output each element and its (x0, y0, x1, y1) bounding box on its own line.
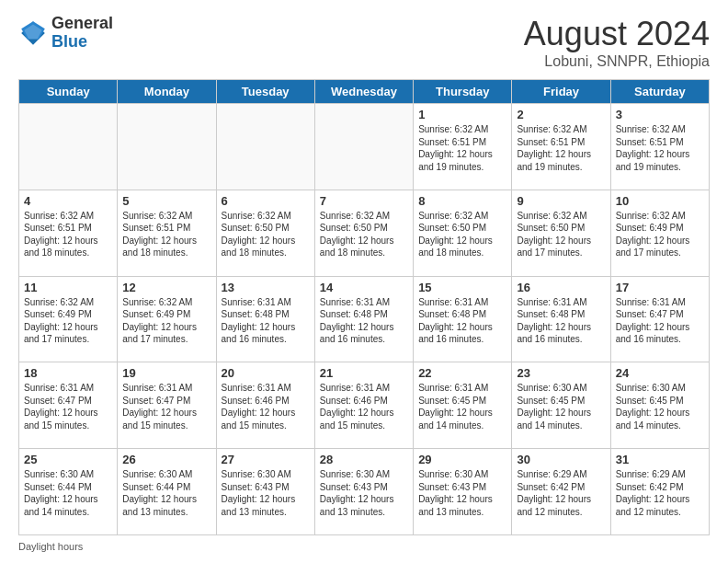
day-info: Sunrise: 6:32 AM Sunset: 6:50 PM Dayligh… (418, 210, 506, 259)
day-info: Sunrise: 6:30 AM Sunset: 6:45 PM Dayligh… (616, 382, 704, 431)
calendar-cell: 22Sunrise: 6:31 AM Sunset: 6:45 PM Dayli… (414, 362, 512, 449)
calendar-cell: 15Sunrise: 6:31 AM Sunset: 6:48 PM Dayli… (414, 276, 512, 362)
calendar-week-row: 25Sunrise: 6:30 AM Sunset: 6:44 PM Dayli… (19, 449, 710, 535)
day-info: Sunrise: 6:32 AM Sunset: 6:51 PM Dayligh… (517, 123, 605, 173)
daylight-label: Daylight hours (18, 541, 83, 552)
calendar-location: Lobuni, SNNPR, Ethiopia (524, 53, 710, 70)
day-info: Sunrise: 6:32 AM Sunset: 6:51 PM Dayligh… (616, 123, 704, 173)
calendar-cell: 7Sunrise: 6:32 AM Sunset: 6:50 PM Daylig… (314, 190, 413, 276)
calendar-cell: 27Sunrise: 6:30 AM Sunset: 6:43 PM Dayli… (216, 449, 314, 535)
day-info: Sunrise: 6:31 AM Sunset: 6:48 PM Dayligh… (418, 296, 506, 346)
calendar-cell: 3Sunrise: 6:32 AM Sunset: 6:51 PM Daylig… (610, 104, 709, 190)
calendar-title: August 2024 (524, 15, 710, 53)
calendar-cell: 9Sunrise: 6:32 AM Sunset: 6:50 PM Daylig… (512, 190, 610, 276)
day-info: Sunrise: 6:31 AM Sunset: 6:48 PM Dayligh… (320, 296, 408, 346)
day-number: 23 (517, 366, 605, 380)
day-number: 30 (517, 453, 605, 466)
calendar-cell: 21Sunrise: 6:31 AM Sunset: 6:46 PM Dayli… (314, 362, 413, 449)
day-number: 2 (517, 108, 605, 121)
logo-icon (18, 18, 48, 48)
days-of-week-row: SundayMondayTuesdayWednesdayThursdayFrid… (19, 80, 710, 104)
day-info: Sunrise: 6:30 AM Sunset: 6:45 PM Dayligh… (517, 382, 605, 431)
page: General Blue August 2024 Lobuni, SNNPR, … (0, 0, 728, 563)
day-info: Sunrise: 6:31 AM Sunset: 6:46 PM Dayligh… (222, 382, 310, 431)
calendar-cell: 13Sunrise: 6:31 AM Sunset: 6:48 PM Dayli… (216, 276, 314, 362)
day-info: Sunrise: 6:31 AM Sunset: 6:48 PM Dayligh… (222, 296, 310, 346)
logo-text: General Blue (51, 15, 113, 52)
calendar-cell: 20Sunrise: 6:31 AM Sunset: 6:46 PM Dayli… (216, 362, 314, 449)
day-of-week-header: Wednesday (314, 80, 413, 104)
day-number: 10 (616, 194, 704, 208)
calendar-cell: 23Sunrise: 6:30 AM Sunset: 6:45 PM Dayli… (512, 362, 610, 449)
calendar-cell: 1Sunrise: 6:32 AM Sunset: 6:51 PM Daylig… (414, 104, 512, 190)
day-number: 18 (24, 366, 112, 380)
day-info: Sunrise: 6:32 AM Sunset: 6:50 PM Dayligh… (320, 210, 408, 259)
calendar-cell: 19Sunrise: 6:31 AM Sunset: 6:47 PM Dayli… (118, 362, 216, 449)
day-info: Sunrise: 6:32 AM Sunset: 6:49 PM Dayligh… (24, 296, 112, 346)
day-info: Sunrise: 6:31 AM Sunset: 6:46 PM Dayligh… (320, 382, 408, 431)
day-number: 12 (122, 281, 210, 294)
day-info: Sunrise: 6:30 AM Sunset: 6:43 PM Dayligh… (320, 468, 408, 518)
day-number: 1 (418, 108, 506, 121)
calendar-cell: 31Sunrise: 6:29 AM Sunset: 6:42 PM Dayli… (610, 449, 709, 535)
day-info: Sunrise: 6:31 AM Sunset: 6:45 PM Dayligh… (418, 382, 506, 431)
calendar-cell (314, 104, 413, 190)
day-info: Sunrise: 6:31 AM Sunset: 6:47 PM Dayligh… (122, 382, 210, 431)
day-of-week-header: Friday (512, 80, 610, 104)
day-info: Sunrise: 6:30 AM Sunset: 6:44 PM Dayligh… (122, 468, 210, 518)
calendar-week-row: 1Sunrise: 6:32 AM Sunset: 6:51 PM Daylig… (19, 104, 710, 190)
day-info: Sunrise: 6:31 AM Sunset: 6:47 PM Dayligh… (616, 296, 704, 346)
day-number: 26 (122, 453, 210, 466)
day-of-week-header: Sunday (19, 80, 118, 104)
calendar-cell: 8Sunrise: 6:32 AM Sunset: 6:50 PM Daylig… (414, 190, 512, 276)
day-info: Sunrise: 6:32 AM Sunset: 6:51 PM Dayligh… (24, 210, 112, 259)
day-number: 16 (517, 281, 605, 294)
day-number: 20 (222, 366, 310, 380)
calendar-header: SundayMondayTuesdayWednesdayThursdayFrid… (19, 80, 710, 104)
day-number: 21 (320, 366, 408, 380)
day-info: Sunrise: 6:30 AM Sunset: 6:43 PM Dayligh… (418, 468, 506, 518)
day-info: Sunrise: 6:31 AM Sunset: 6:48 PM Dayligh… (517, 296, 605, 346)
logo-general-text: General (51, 14, 113, 32)
calendar-cell: 11Sunrise: 6:32 AM Sunset: 6:49 PM Dayli… (19, 276, 118, 362)
day-info: Sunrise: 6:32 AM Sunset: 6:50 PM Dayligh… (517, 210, 605, 259)
footer: Daylight hours (18, 541, 710, 552)
day-number: 15 (418, 281, 506, 294)
day-number: 11 (24, 281, 112, 294)
day-number: 9 (517, 194, 605, 208)
day-number: 5 (122, 194, 210, 208)
day-of-week-header: Saturday (610, 80, 709, 104)
calendar-cell: 29Sunrise: 6:30 AM Sunset: 6:43 PM Dayli… (414, 449, 512, 535)
calendar-cell (19, 104, 118, 190)
day-info: Sunrise: 6:29 AM Sunset: 6:42 PM Dayligh… (616, 468, 704, 518)
calendar-table: SundayMondayTuesdayWednesdayThursdayFrid… (18, 79, 710, 535)
calendar-cell: 4Sunrise: 6:32 AM Sunset: 6:51 PM Daylig… (19, 190, 118, 276)
calendar-week-row: 11Sunrise: 6:32 AM Sunset: 6:49 PM Dayli… (19, 276, 710, 362)
calendar-cell: 2Sunrise: 6:32 AM Sunset: 6:51 PM Daylig… (512, 104, 610, 190)
day-number: 13 (222, 281, 310, 294)
day-number: 25 (24, 453, 112, 466)
header: General Blue August 2024 Lobuni, SNNPR, … (18, 15, 710, 70)
day-of-week-header: Thursday (414, 80, 512, 104)
day-number: 29 (418, 453, 506, 466)
calendar-week-row: 4Sunrise: 6:32 AM Sunset: 6:51 PM Daylig… (19, 190, 710, 276)
day-of-week-header: Monday (118, 80, 216, 104)
calendar-cell: 5Sunrise: 6:32 AM Sunset: 6:51 PM Daylig… (118, 190, 216, 276)
day-info: Sunrise: 6:32 AM Sunset: 6:51 PM Dayligh… (122, 210, 210, 259)
day-number: 17 (616, 281, 704, 294)
day-number: 31 (616, 453, 704, 466)
day-number: 3 (616, 108, 704, 121)
day-number: 27 (222, 453, 310, 466)
day-info: Sunrise: 6:30 AM Sunset: 6:43 PM Dayligh… (222, 468, 310, 518)
calendar-cell: 30Sunrise: 6:29 AM Sunset: 6:42 PM Dayli… (512, 449, 610, 535)
calendar-cell: 6Sunrise: 6:32 AM Sunset: 6:50 PM Daylig… (216, 190, 314, 276)
calendar-cell: 25Sunrise: 6:30 AM Sunset: 6:44 PM Dayli… (19, 449, 118, 535)
day-number: 7 (320, 194, 408, 208)
calendar-cell (118, 104, 216, 190)
day-info: Sunrise: 6:29 AM Sunset: 6:42 PM Dayligh… (517, 468, 605, 518)
calendar-cell: 28Sunrise: 6:30 AM Sunset: 6:43 PM Dayli… (314, 449, 413, 535)
title-block: August 2024 Lobuni, SNNPR, Ethiopia (524, 15, 710, 70)
calendar-cell (216, 104, 314, 190)
day-number: 8 (418, 194, 506, 208)
calendar-cell: 14Sunrise: 6:31 AM Sunset: 6:48 PM Dayli… (314, 276, 413, 362)
